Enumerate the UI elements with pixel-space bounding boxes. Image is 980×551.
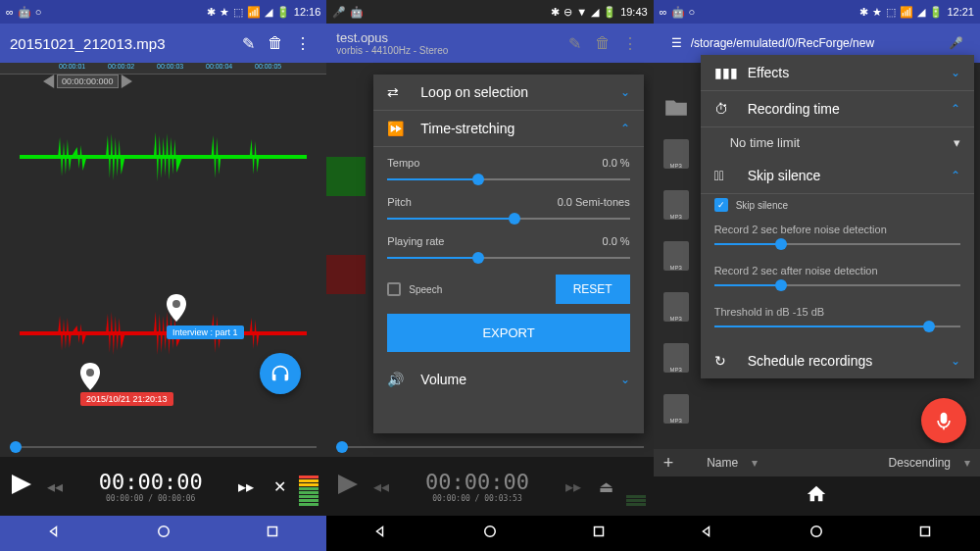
dropdown-icon: ▾: [954, 135, 960, 150]
status-time: 19:43: [620, 6, 648, 18]
nav-recent[interactable]: [264, 523, 281, 544]
before-slider[interactable]: [714, 237, 960, 251]
vu-meter: [626, 467, 646, 506]
reset-button[interactable]: RESET: [556, 275, 630, 304]
effects-row[interactable]: ▮▮▮ Effects ⌄: [701, 55, 974, 91]
loop-row[interactable]: ⇄ Loop on selection ⌄: [373, 75, 643, 111]
add-button[interactable]: +: [663, 453, 674, 474]
status-bar: 🎤🤖 ✱⊖▼◢🔋19:43: [326, 0, 653, 24]
eject-button[interactable]: ⏏: [593, 477, 620, 496]
svg-rect-15: [595, 527, 604, 536]
skip-silence-row[interactable]: 🎙̸ Skip silence ⌃: [701, 158, 974, 194]
screen-browser: ∞🤖○ ✱★⬚📶◢🔋12:21 ☰ /storage/emulated/0/Re…: [654, 0, 980, 551]
chevron-down-icon: ⌄: [620, 373, 630, 386]
app-bar: test.opus vorbis - 44100Hz - Stereo ✎ 🗑 …: [326, 24, 653, 63]
rewind-button[interactable]: ◂◂: [368, 477, 395, 496]
svg-point-5: [86, 369, 94, 376]
path-text[interactable]: /storage/emulated/0/RecForge/new: [691, 36, 943, 50]
record-fab[interactable]: [921, 398, 966, 443]
menu-icon[interactable]: ☰: [663, 36, 691, 50]
timestretch-row[interactable]: ⏩ Time-stretching ⌃: [373, 111, 643, 147]
seek-bar[interactable]: [326, 437, 653, 457]
nav-bar: [326, 516, 653, 551]
skip-silence-checkbox[interactable]: ✓Skip silence: [714, 198, 960, 212]
more-icon[interactable]: ⋮: [616, 34, 644, 53]
status-time: 12:16: [294, 6, 321, 18]
play-button[interactable]: [334, 475, 362, 498]
play-button[interactable]: [8, 475, 35, 498]
nav-recent[interactable]: [590, 523, 608, 544]
svg-rect-11: [326, 255, 366, 294]
forward-button[interactable]: ▸▸: [232, 477, 260, 496]
svg-marker-12: [338, 475, 358, 494]
reload-icon: ↻: [714, 353, 736, 369]
no-time-limit-option[interactable]: No time limit ▾: [701, 127, 974, 158]
edit-icon[interactable]: ✎: [562, 34, 589, 53]
nav-home[interactable]: [808, 523, 825, 544]
background-waveform: [326, 118, 366, 314]
more-icon[interactable]: ⋮: [289, 34, 317, 53]
svg-point-17: [811, 526, 822, 537]
selection-start-handle[interactable]: 00:00:00:000: [43, 75, 132, 88]
effects-panel: ⇄ Loop on selection ⌄ ⏩ Time-stretching …: [373, 75, 643, 433]
time-ruler: 00:00:01 00:00:02 00:00:03 00:00:04 00:0…: [0, 63, 326, 75]
svg-marker-7: [50, 527, 56, 536]
svg-rect-9: [268, 527, 276, 536]
chevron-down-icon: ⌄: [951, 66, 960, 79]
nav-back[interactable]: [699, 523, 716, 544]
marker-pin-2[interactable]: [80, 363, 100, 390]
rewind-button[interactable]: ◂◂: [41, 477, 69, 496]
fastforward-icon: ⏩: [387, 121, 409, 136]
nav-home[interactable]: [155, 523, 172, 544]
tempo-slider-row: Tempo0.0 %: [387, 157, 629, 186]
svg-rect-18: [921, 527, 930, 536]
delete-icon[interactable]: 🗑: [589, 34, 616, 52]
chevron-up-icon: ⌃: [620, 122, 630, 135]
export-button[interactable]: EXPORT: [387, 314, 629, 352]
volume-icon: 🔊: [387, 372, 409, 387]
seek-bar[interactable]: [0, 437, 326, 457]
marker-tag-timestamp[interactable]: 2015/10/21 21:20:13: [80, 392, 173, 406]
sort-bar: + Name ▾ Descending ▾: [654, 449, 980, 476]
recording-time-row[interactable]: ⏱ Recording time ⌃: [701, 91, 974, 127]
threshold-slider[interactable]: [714, 320, 960, 333]
svg-point-14: [485, 526, 496, 537]
file-format: vorbis - 44100Hz - Stereo: [336, 45, 561, 56]
volume-row[interactable]: 🔊 Volume ⌄: [373, 362, 643, 397]
forward-button[interactable]: ▸▸: [560, 477, 587, 496]
nav-back[interactable]: [46, 523, 64, 544]
file-icons-column: MP3 MP3 MP3 MP3 MP3 MP3: [663, 88, 689, 424]
loop-icon: ⇄: [387, 84, 409, 100]
edit-icon[interactable]: ✎: [234, 34, 262, 53]
home-icon[interactable]: [806, 483, 827, 509]
rate-slider[interactable]: [387, 251, 629, 265]
svg-marker-0: [43, 75, 54, 88]
app-bar: 20151021_212013.mp3 ✎ 🗑 ⋮: [0, 24, 326, 63]
svg-marker-1: [121, 75, 131, 88]
nav-back[interactable]: [372, 523, 390, 544]
status-bar: ∞🤖○ ✱★⬚📶◢🔋12:16: [0, 0, 326, 24]
dropdown-icon: ▾: [752, 456, 758, 470]
before-label: Record 2 sec before noise detection: [714, 220, 960, 237]
marker-tag-interview[interactable]: Interview : part 1: [167, 326, 244, 339]
after-label: Record 2 sec after noise detection: [714, 261, 960, 278]
sort-name[interactable]: Name: [707, 456, 738, 470]
delete-icon[interactable]: 🗑: [262, 34, 289, 52]
nav-home[interactable]: [481, 523, 499, 544]
speech-checkbox[interactable]: Speech: [387, 282, 442, 296]
schedule-row[interactable]: ↻ Schedule recordings ⌄: [701, 343, 974, 378]
threshold-label: Threshold in dB -15 dB: [714, 302, 960, 320]
svg-point-4: [172, 300, 180, 308]
sort-order[interactable]: Descending: [889, 456, 951, 470]
vu-meter: [299, 467, 318, 506]
tempo-slider[interactable]: [387, 173, 629, 186]
nav-recent[interactable]: [916, 523, 934, 544]
marker-pin-1[interactable]: [167, 294, 186, 322]
playback-time: 00:00:00: [74, 470, 226, 494]
dropdown-icon: ▾: [964, 456, 970, 470]
close-button[interactable]: ✕: [266, 477, 293, 496]
playback-range: 00:00:00 / 00:00:06: [74, 494, 226, 503]
mic-icon[interactable]: 🎤: [943, 36, 970, 50]
after-slider[interactable]: [714, 278, 960, 292]
pitch-slider[interactable]: [387, 212, 629, 225]
